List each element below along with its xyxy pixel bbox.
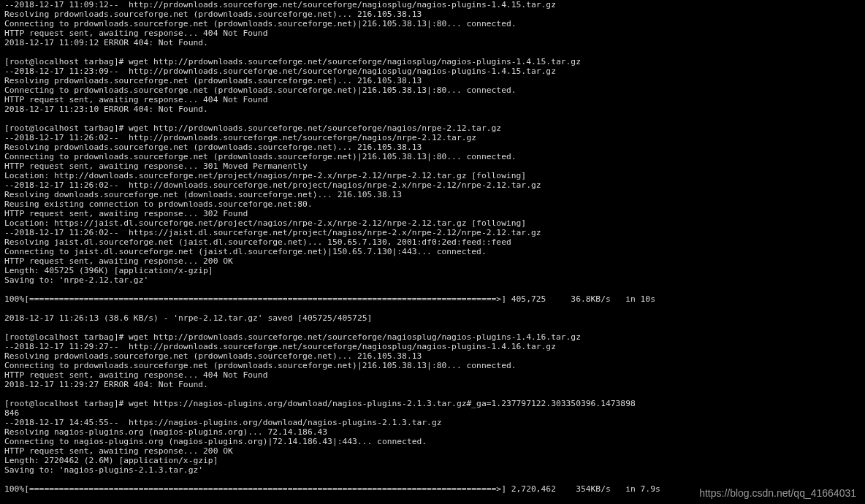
terminal-line <box>4 114 861 123</box>
terminal-line: --2018-12-17 11:29:27-- http://prdownloa… <box>4 342 861 351</box>
terminal-line: Resolving jaist.dl.sourceforge.net (jais… <box>4 237 861 247</box>
terminal-line: HTTP request sent, awaiting response... … <box>4 28 861 38</box>
terminal-line: 2018-12-17 11:09:12 ERROR 404: Not Found… <box>4 38 861 47</box>
terminal-line: HTTP request sent, awaiting response... … <box>4 95 861 104</box>
terminal-line: --2018-12-17 11:09:12-- http://prdownloa… <box>4 0 861 9</box>
terminal-line: HTTP request sent, awaiting response... … <box>4 209 861 218</box>
terminal-line <box>4 285 861 294</box>
terminal-line: HTTP request sent, awaiting response... … <box>4 370 861 380</box>
terminal-line <box>4 475 861 484</box>
terminal-line: --2018-12-17 11:26:02-- http://prdownloa… <box>4 133 861 142</box>
terminal-line: 100%[===================================… <box>4 294 861 304</box>
terminal-line: Resolving prdownloads.sourceforge.net (p… <box>4 351 861 361</box>
terminal-line <box>4 389 861 399</box>
terminal-line: HTTP request sent, awaiting response... … <box>4 161 861 171</box>
terminal-line: Length: 405725 (396K) [application/x-gzi… <box>4 266 861 275</box>
terminal-output[interactable]: --2018-12-17 11:09:12-- http://prdownloa… <box>0 0 865 504</box>
terminal-line: [root@localhost tarbag]# wget https://na… <box>4 399 861 408</box>
terminal-line: Resolving prdownloads.sourceforge.net (p… <box>4 9 861 19</box>
terminal-line: Resolving downloads.sourceforge.net (dow… <box>4 190 861 199</box>
terminal-line: 2018-12-17 11:29:27 ERROR 404: Not Found… <box>4 380 861 389</box>
terminal-line: Resolving prdownloads.sourceforge.net (p… <box>4 142 861 152</box>
terminal-line <box>4 47 861 57</box>
terminal-line: Resolving prdownloads.sourceforge.net (p… <box>4 76 861 85</box>
terminal-line: Connecting to prdownloads.sourceforge.ne… <box>4 19 861 28</box>
terminal-line: Resolving nagios-plugins.org (nagios-plu… <box>4 427 861 437</box>
terminal-line: Location: https://jaist.dl.sourceforge.n… <box>4 218 861 228</box>
terminal-line: [root@localhost tarbag]# wget http://prd… <box>4 57 861 66</box>
terminal-line: 100%[===================================… <box>4 484 861 494</box>
terminal-line: 846 <box>4 408 861 418</box>
terminal-line: Connecting to prdownloads.sourceforge.ne… <box>4 152 861 161</box>
terminal-line: Saving to: 'nagios-plugins-2.1.3.tar.gz' <box>4 465 861 475</box>
terminal-line: Connecting to nagios-plugins.org (nagios… <box>4 437 861 446</box>
terminal-line: 2018-12-17 11:26:13 (38.6 KB/s) - 'nrpe-… <box>4 313 861 323</box>
terminal-line <box>4 323 861 332</box>
terminal-line: --2018-12-17 11:26:02-- https://jaist.dl… <box>4 228 861 237</box>
terminal-line: [root@localhost tarbag]# wget http://prd… <box>4 123 861 133</box>
terminal-line <box>4 494 861 503</box>
terminal-line: --2018-12-17 14:45:55-- https://nagios-p… <box>4 418 861 427</box>
terminal-line: Location: http://downloads.sourceforge.n… <box>4 171 861 180</box>
terminal-line: [root@localhost tarbag]# wget http://prd… <box>4 332 861 342</box>
terminal-line: Length: 2720462 (2.6M) [application/x-gz… <box>4 456 861 465</box>
terminal-line: Saving to: 'nrpe-2.12.tar.gz' <box>4 275 861 285</box>
terminal-line: HTTP request sent, awaiting response... … <box>4 446 861 456</box>
terminal-line: 2018-12-17 11:23:10 ERROR 404: Not Found… <box>4 104 861 114</box>
terminal-line: HTTP request sent, awaiting response... … <box>4 256 861 266</box>
terminal-line: Connecting to jaist.dl.sourceforge.net (… <box>4 247 861 256</box>
terminal-line: --2018-12-17 11:23:09-- http://prdownloa… <box>4 66 861 76</box>
terminal-line: Reusing existing connection to prdownloa… <box>4 199 861 209</box>
terminal-line: Connecting to prdownloads.sourceforge.ne… <box>4 361 861 370</box>
terminal-line: Connecting to prdownloads.sourceforge.ne… <box>4 85 861 95</box>
terminal-line: --2018-12-17 11:26:02-- http://downloads… <box>4 180 861 190</box>
terminal-line <box>4 304 861 313</box>
